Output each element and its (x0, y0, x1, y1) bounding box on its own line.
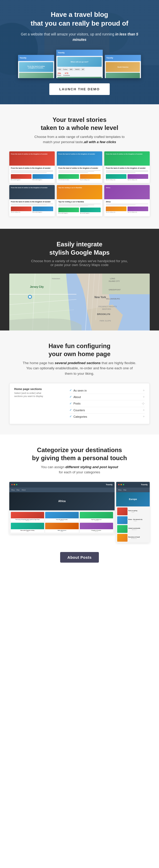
window-dot-yellow (14, 484, 15, 485)
config-right-panel: ✓ As seen in + ✓ About + ✓ Posts ⊹ (70, 388, 145, 420)
maps-title: Easily integrate stylish Google Maps (9, 240, 150, 256)
stories-title: Your travel stories taken to a whole new… (9, 116, 150, 132)
site-logo: Travelly (141, 484, 148, 486)
list-item: Memorable Egyptian holiday Culture (11, 523, 44, 533)
svg-text:Jersey City: Jersey City (30, 285, 44, 288)
screenshot-left: Travelly I'm in the land of smilesa king… (18, 55, 54, 78)
window-dot-red (118, 484, 120, 485)
template-card: From the land of smiles to the kingdom o… (104, 151, 150, 183)
list-item: The luxury of traveling with a yacht to … (11, 512, 44, 522)
svg-text:BEDFORD: BEDFORD (102, 308, 111, 310)
config-subtitle: The home page has several predefined sec… (9, 361, 150, 376)
svg-text:PROSPECT HEIGHTS: PROSPECT HEIGHTS (98, 306, 117, 307)
check-icon: ✓ (70, 415, 72, 418)
category-screenshot-europe: Travelly Blog Map Europe Paris in spring… (116, 482, 150, 543)
drag-handle-icon[interactable]: + (143, 408, 145, 412)
category-hero-text: Europe (129, 498, 137, 500)
stories-subtitle: Choose from a wide range of carefully cr… (9, 134, 150, 145)
svg-text:WILLIAMSBURG: WILLIAMSBURG (106, 298, 120, 300)
template-card: Africa Africa Tips for renting a car... … (104, 185, 150, 216)
map-visual: Jersey City New York Hoboken LONG ISLAND… (9, 274, 150, 331)
svg-text:LONG: LONG (110, 278, 115, 279)
drag-handle-icon[interactable]: + (143, 389, 145, 393)
config-item-label: Counters (73, 409, 85, 412)
template-header-img: From the land of smiles to the kingdom o… (104, 151, 150, 166)
maps-subtitle: Choose from a variety of map styles we'v… (9, 259, 150, 267)
template-card: From the land of smiles to the kingdom o… (57, 151, 102, 183)
config-item-label: About (73, 396, 81, 399)
hero-title: Have a travel blog that you can really b… (15, 10, 144, 28)
hero-subtitle: Get a website that will amaze your visit… (15, 32, 144, 42)
window-dot-yellow (121, 484, 122, 485)
category-hero-text: Africa (58, 500, 66, 503)
check-icon: ✓ (70, 389, 72, 392)
template-header-img: Africa (104, 185, 150, 199)
svg-text:ISLAND CITY: ISLAND CITY (109, 280, 120, 282)
template-card: Tips for renting a car in Namibia Tips f… (57, 185, 102, 216)
svg-text:BROOKLYN: BROOKLYN (97, 313, 110, 315)
window-dot-green (16, 484, 17, 485)
config-title: Have fun configuring your own home page (9, 342, 150, 358)
config-box: Home page sections Select (and re-order)… (9, 383, 150, 424)
category-hero-europe: Europe (116, 492, 150, 506)
check-icon: ✓ (70, 408, 72, 412)
categories-title: Categorize your destinations by giving t… (9, 446, 150, 462)
check-icon: ✓ (70, 395, 72, 399)
check-icon: ✓ (70, 402, 72, 405)
template-header-img: From the land of smiles to the kingdom o… (9, 151, 55, 166)
config-section: Have fun configuring your own home page … (0, 331, 159, 435)
template-card: From the land of smiles to the kingdom o… (9, 185, 55, 216)
config-item-label: As seen in (73, 389, 86, 392)
svg-text:New York: New York (94, 296, 106, 299)
site-nav: Blog Map (116, 488, 150, 492)
template-card: From the land of smiles to the kingdom o… (9, 151, 55, 183)
screenshot-right: Travelly South America (105, 55, 141, 78)
template-header-img: From the land of smiles to the kingdom o… (9, 185, 55, 199)
category-hero-africa: Africa (9, 492, 115, 510)
svg-text:Hoboken: Hoboken (52, 277, 60, 280)
list-item: From the land of smiles Adventure (45, 512, 78, 522)
list-item: Safari adventures Wildlife (45, 523, 78, 533)
maps-section: Easily integrate stylish Google Maps Cho… (0, 229, 159, 330)
hero-screenshots: Travelly I'm in the land of smilesa king… (15, 47, 144, 78)
config-left-panel: Home page sections Select (and re-order)… (14, 388, 64, 420)
list-item: Tips for renting a car Travel tips (80, 512, 113, 522)
site-logo: Travelly (106, 484, 113, 486)
categories-section: Categorize your destinations by giving t… (0, 435, 159, 573)
config-left-title: Home page sections (14, 388, 64, 391)
window-dot-green (123, 484, 124, 485)
category-screenshot-africa: Travelly Blog Map About Africa The luxur… (9, 482, 115, 534)
config-item-label: Posts (73, 402, 81, 405)
svg-point-26 (29, 296, 31, 298)
svg-text:GREENPOINT: GREENPOINT (109, 289, 121, 291)
drag-handle-icon[interactable]: ⊹ (142, 401, 145, 406)
launch-demo-button[interactable]: LAUNCH THE DEMO (49, 83, 110, 95)
template-header-img: Tips for renting a car in Namibia (57, 185, 102, 199)
config-item: ✓ As seen in + (70, 388, 145, 394)
categories-screenshots: Travelly Blog Map About Africa The luxur… (9, 482, 150, 543)
config-left-desc: Select (and re-order) what sections you … (14, 392, 64, 398)
stories-section: Your travel stories taken to a whole new… (0, 104, 159, 229)
site-nav: Blog Map About (9, 488, 115, 492)
config-item: ✓ About + (70, 394, 145, 400)
about-posts-label: About Posts (60, 552, 99, 563)
browser-header: Travelly (9, 482, 115, 488)
category-posts-grid: The luxury of traveling with a yacht to … (9, 510, 115, 534)
list-item: Kingdom of wonder Discovery (80, 523, 113, 533)
hero-section: Have a travel blog that you can really b… (0, 0, 159, 104)
drag-handle-icon[interactable]: + (143, 395, 145, 399)
config-item: ✓ Categories + (70, 413, 145, 420)
drag-handle-icon[interactable]: + (143, 414, 145, 419)
templates-grid: From the land of smiles to the kingdom o… (9, 151, 150, 216)
screenshot-center: Travelly Where will you go next? CNN For… (56, 50, 103, 78)
config-item: ✓ Counters + (70, 407, 145, 413)
config-item: ✓ Posts ⊹ (70, 400, 145, 407)
svg-rect-5 (102, 274, 150, 294)
window-dot-red (11, 484, 13, 485)
svg-text:PARK SLOPE: PARK SLOPE (100, 320, 111, 322)
template-header-img: From the land of smiles to the kingdom o… (57, 151, 102, 166)
config-item-label: Categories (73, 415, 87, 418)
categories-subtitle: You can assign different styling and pos… (9, 465, 150, 475)
browser-header: Travelly (116, 482, 150, 488)
